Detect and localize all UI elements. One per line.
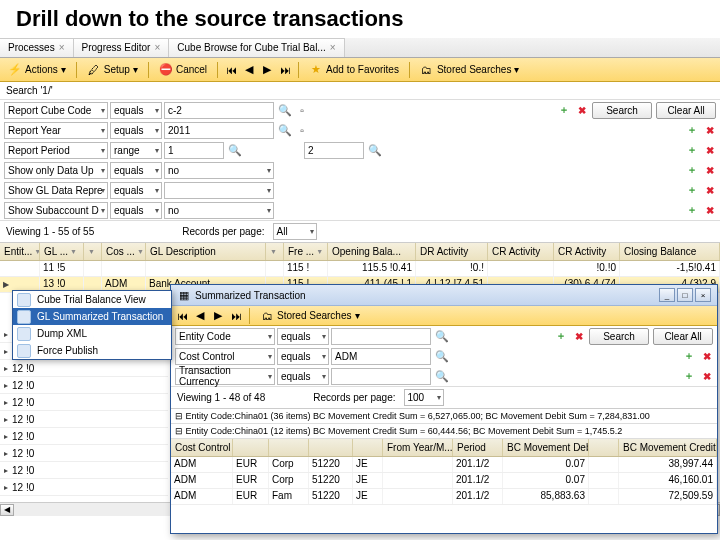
filter-field[interactable]: Report Cube Code: [4, 102, 108, 119]
scroll-left-icon[interactable]: ◀: [0, 504, 14, 516]
filter-field[interactable]: Report Period: [4, 142, 108, 159]
tab-progress-editor[interactable]: Progress Editor×: [74, 38, 170, 57]
filter-value[interactable]: ADM: [331, 348, 431, 365]
col[interactable]: [353, 439, 383, 456]
filter-field[interactable]: Cost Control: [175, 348, 275, 365]
table-row[interactable]: ▸12 !0: [0, 360, 168, 377]
lookup-icon[interactable]: 🔍: [368, 143, 382, 157]
remove-filter-icon[interactable]: ✖: [704, 124, 716, 136]
clear-icon[interactable]: ▫: [296, 124, 308, 136]
filter-icon[interactable]: ▼: [70, 248, 77, 255]
clear-all-button[interactable]: Clear All: [656, 102, 716, 119]
menu-item-dump-xml[interactable]: Dump XML: [13, 325, 171, 342]
minimize-button[interactable]: _: [659, 288, 675, 302]
tab-cube-browse[interactable]: Cube Browse for Cube Trial Bal...×: [169, 38, 344, 57]
col-entity[interactable]: Entit...▼: [0, 243, 40, 260]
cancel-button[interactable]: ⛔Cancel: [155, 63, 211, 77]
col-cr2[interactable]: CR Activity: [554, 243, 620, 260]
clear-icon[interactable]: ▫: [296, 104, 308, 116]
filter-field[interactable]: Report Year: [4, 122, 108, 139]
nav-last-icon[interactable]: ⏭: [229, 309, 243, 323]
col-opening[interactable]: Opening Bala...: [328, 243, 416, 260]
filter-op[interactable]: equals: [110, 102, 162, 119]
add-filter-icon[interactable]: ＋: [686, 164, 698, 176]
table-row[interactable]: ▸12 !0: [0, 479, 168, 496]
col[interactable]: Period: [453, 439, 503, 456]
col-gl-desc[interactable]: GL Description: [146, 243, 266, 260]
menu-item-force-publish[interactable]: Force Publish: [13, 342, 171, 359]
col[interactable]: BC Movement Debit: [503, 439, 589, 456]
col-dr[interactable]: DR Activity: [416, 243, 488, 260]
col-gl[interactable]: GL ...▼: [40, 243, 84, 260]
col[interactable]: From Year/M...: [383, 439, 453, 456]
add-filter-icon[interactable]: ＋: [686, 124, 698, 136]
add-filter-icon[interactable]: ＋: [683, 350, 695, 362]
filter-field[interactable]: Entity Code: [175, 328, 275, 345]
close-icon[interactable]: ×: [330, 42, 336, 53]
nav-first-icon[interactable]: ⏮: [175, 309, 189, 323]
filter-icon[interactable]: ▼: [137, 248, 144, 255]
filter-value[interactable]: [331, 368, 431, 385]
rpp-select[interactable]: All: [273, 223, 317, 240]
lookup-icon[interactable]: 🔍: [435, 329, 449, 343]
menu-item-gl-summarized[interactable]: GL Summarized Transaction: [13, 308, 171, 325]
close-icon[interactable]: ×: [154, 42, 160, 53]
filter-op[interactable]: equals: [277, 328, 329, 345]
filter-value-2[interactable]: 2: [304, 142, 364, 159]
table-row[interactable]: ▸12 !0: [0, 445, 168, 462]
group-summary[interactable]: ⊟ Entity Code:China01 (36 items) BC Move…: [171, 409, 717, 424]
add-filter-icon[interactable]: ＋: [555, 330, 567, 342]
filter-field[interactable]: Show only Data Up: [4, 162, 108, 179]
nav-prev-icon[interactable]: ◀: [242, 63, 256, 77]
filter-op[interactable]: equals: [110, 162, 162, 179]
nav-next-icon[interactable]: ▶: [260, 63, 274, 77]
filter-value[interactable]: 1: [164, 142, 224, 159]
remove-filter-icon[interactable]: ✖: [573, 330, 585, 342]
rpp-select[interactable]: 100: [404, 389, 444, 406]
lookup-icon[interactable]: 🔍: [228, 143, 242, 157]
col-closing[interactable]: Closing Balance: [620, 243, 720, 260]
col[interactable]: [589, 439, 619, 456]
add-filter-icon[interactable]: ＋: [686, 184, 698, 196]
add-filter-icon[interactable]: ＋: [686, 204, 698, 216]
clear-all-button[interactable]: Clear All: [653, 328, 713, 345]
table-row[interactable]: ADMEURCorp51220JE201.1/20.0746,160.01: [171, 473, 717, 489]
filter-op[interactable]: equals: [277, 348, 329, 365]
table-row[interactable]: ▸12 !0: [0, 462, 168, 479]
remove-filter-icon[interactable]: ✖: [704, 204, 716, 216]
nav-first-icon[interactable]: ⏮: [224, 63, 238, 77]
table-row[interactable]: ▸12 !0: [0, 411, 168, 428]
lookup-icon[interactable]: 🔍: [278, 123, 292, 137]
nav-prev-icon[interactable]: ◀: [193, 309, 207, 323]
actions-menu[interactable]: ⚡Actions ▾: [4, 63, 70, 77]
nav-next-icon[interactable]: ▶: [211, 309, 225, 323]
remove-filter-icon[interactable]: ✖: [704, 184, 716, 196]
close-button[interactable]: ×: [695, 288, 711, 302]
add-favorite-button[interactable]: ★Add to Favorites: [305, 63, 403, 77]
filter-field[interactable]: Show GL Data Repre: [4, 182, 108, 199]
filter-field[interactable]: Show Subaccount D: [4, 202, 108, 219]
table-row[interactable]: ▸12 !0: [0, 428, 168, 445]
col[interactable]: [309, 439, 353, 456]
filter-field[interactable]: Transaction Currency: [175, 368, 275, 385]
filter-op[interactable]: range: [110, 142, 162, 159]
remove-filter-icon[interactable]: ✖: [704, 144, 716, 156]
table-row[interactable]: ▸12 !0: [0, 377, 168, 394]
lookup-icon[interactable]: 🔍: [435, 349, 449, 363]
col-blank2[interactable]: ▼: [266, 243, 284, 260]
remove-filter-icon[interactable]: ✖: [576, 104, 588, 116]
col[interactable]: [269, 439, 309, 456]
menu-item-cube-view[interactable]: Cube Trial Balance View: [13, 291, 171, 308]
filter-op[interactable]: equals: [110, 202, 162, 219]
close-icon[interactable]: ×: [59, 42, 65, 53]
add-filter-icon[interactable]: ＋: [558, 104, 570, 116]
remove-filter-icon[interactable]: ✖: [704, 164, 716, 176]
filter-value[interactable]: no: [164, 162, 274, 179]
group-summary[interactable]: ⊟ Entity Code:China01 (12 items) BC Move…: [171, 424, 717, 439]
filter-value[interactable]: 2011: [164, 122, 274, 139]
filter-value[interactable]: c-2: [164, 102, 274, 119]
maximize-button[interactable]: □: [677, 288, 693, 302]
table-row[interactable]: ADMEURCorp51220JE201.1/20.0738,997.44: [171, 457, 717, 473]
filter-op[interactable]: equals: [277, 368, 329, 385]
add-filter-icon[interactable]: ＋: [686, 144, 698, 156]
